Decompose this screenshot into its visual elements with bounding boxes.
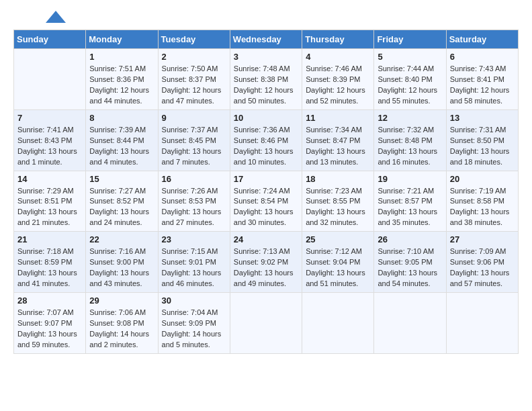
calendar-cell: 13Sunrise: 7:31 AM Sunset: 8:50 PM Dayli…	[446, 109, 518, 171]
weekday-header-saturday: Saturday	[446, 30, 518, 49]
day-number: 11	[306, 113, 370, 123]
day-info: Sunrise: 7:48 AM Sunset: 8:38 PM Dayligh…	[234, 64, 298, 107]
calendar-cell	[374, 293, 446, 354]
day-number: 18	[306, 174, 370, 184]
calendar-cell: 5Sunrise: 7:44 AM Sunset: 8:40 PM Daylig…	[374, 49, 446, 110]
day-number: 7	[17, 113, 82, 123]
day-number: 26	[378, 234, 442, 244]
day-info: Sunrise: 7:29 AM Sunset: 8:51 PM Dayligh…	[17, 186, 82, 229]
day-info: Sunrise: 7:50 AM Sunset: 8:37 PM Dayligh…	[162, 64, 226, 107]
weekday-header-thursday: Thursday	[302, 30, 374, 49]
calendar-cell: 7Sunrise: 7:41 AM Sunset: 8:43 PM Daylig…	[14, 109, 86, 171]
calendar-cell: 19Sunrise: 7:21 AM Sunset: 8:57 PM Dayli…	[374, 171, 446, 232]
day-number: 10	[234, 113, 298, 123]
calendar-cell: 11Sunrise: 7:34 AM Sunset: 8:47 PM Dayli…	[302, 109, 374, 171]
day-info: Sunrise: 7:15 AM Sunset: 9:01 PM Dayligh…	[162, 246, 226, 289]
day-info: Sunrise: 7:21 AM Sunset: 8:57 PM Dayligh…	[378, 186, 442, 229]
day-info: Sunrise: 7:51 AM Sunset: 8:36 PM Dayligh…	[89, 64, 154, 107]
weekday-header-friday: Friday	[374, 30, 446, 49]
calendar-week-3: 14Sunrise: 7:29 AM Sunset: 8:51 PM Dayli…	[14, 171, 519, 232]
day-info: Sunrise: 7:36 AM Sunset: 8:46 PM Dayligh…	[234, 125, 298, 168]
day-number: 8	[89, 113, 154, 123]
calendar-cell: 10Sunrise: 7:36 AM Sunset: 8:46 PM Dayli…	[230, 109, 302, 171]
calendar-table: SundayMondayTuesdayWednesdayThursdayFrid…	[13, 30, 519, 354]
day-number: 22	[89, 234, 154, 244]
day-info: Sunrise: 7:44 AM Sunset: 8:40 PM Dayligh…	[378, 64, 442, 107]
calendar-cell: 20Sunrise: 7:19 AM Sunset: 8:58 PM Dayli…	[446, 171, 518, 232]
calendar-cell	[14, 49, 86, 110]
calendar-cell: 27Sunrise: 7:09 AM Sunset: 9:06 PM Dayli…	[446, 232, 518, 293]
day-number: 3	[234, 52, 298, 62]
day-info: Sunrise: 7:10 AM Sunset: 9:05 PM Dayligh…	[378, 246, 442, 289]
day-number: 29	[89, 295, 154, 306]
calendar-cell: 6Sunrise: 7:43 AM Sunset: 8:41 PM Daylig…	[446, 49, 518, 110]
day-number: 28	[17, 295, 82, 306]
day-info: Sunrise: 7:46 AM Sunset: 8:39 PM Dayligh…	[306, 64, 370, 107]
calendar-cell: 26Sunrise: 7:10 AM Sunset: 9:05 PM Dayli…	[374, 232, 446, 293]
day-info: Sunrise: 7:39 AM Sunset: 8:44 PM Dayligh…	[89, 125, 154, 168]
logo	[13, 13, 66, 23]
calendar-cell: 28Sunrise: 7:07 AM Sunset: 9:07 PM Dayli…	[14, 293, 86, 354]
calendar-cell: 21Sunrise: 7:18 AM Sunset: 8:59 PM Dayli…	[14, 232, 86, 293]
day-info: Sunrise: 7:13 AM Sunset: 9:02 PM Dayligh…	[234, 246, 298, 289]
weekday-header-tuesday: Tuesday	[158, 30, 230, 49]
calendar-cell: 15Sunrise: 7:27 AM Sunset: 8:52 PM Dayli…	[86, 171, 158, 232]
page-header	[13, 13, 519, 23]
calendar-cell: 1Sunrise: 7:51 AM Sunset: 8:36 PM Daylig…	[86, 49, 158, 110]
calendar-cell: 4Sunrise: 7:46 AM Sunset: 8:39 PM Daylig…	[302, 49, 374, 110]
day-number: 15	[89, 174, 154, 184]
day-number: 13	[450, 113, 515, 123]
day-number: 12	[378, 113, 442, 123]
day-number: 6	[450, 52, 515, 62]
day-number: 20	[450, 174, 515, 184]
svg-marker-0	[46, 11, 66, 23]
day-number: 19	[378, 174, 442, 184]
day-number: 16	[162, 174, 226, 184]
day-number: 25	[306, 234, 370, 244]
day-info: Sunrise: 7:37 AM Sunset: 8:45 PM Dayligh…	[162, 125, 226, 168]
calendar-cell	[302, 293, 374, 354]
day-info: Sunrise: 7:26 AM Sunset: 8:53 PM Dayligh…	[162, 186, 226, 229]
day-info: Sunrise: 7:27 AM Sunset: 8:52 PM Dayligh…	[89, 186, 154, 229]
calendar-week-4: 21Sunrise: 7:18 AM Sunset: 8:59 PM Dayli…	[14, 232, 519, 293]
calendar-cell	[230, 293, 302, 354]
calendar-cell: 17Sunrise: 7:24 AM Sunset: 8:54 PM Dayli…	[230, 171, 302, 232]
day-info: Sunrise: 7:04 AM Sunset: 9:09 PM Dayligh…	[162, 308, 226, 351]
day-info: Sunrise: 7:43 AM Sunset: 8:41 PM Dayligh…	[450, 64, 515, 107]
day-info: Sunrise: 7:16 AM Sunset: 9:00 PM Dayligh…	[89, 246, 154, 289]
calendar-week-2: 7Sunrise: 7:41 AM Sunset: 8:43 PM Daylig…	[14, 109, 519, 171]
calendar-cell: 23Sunrise: 7:15 AM Sunset: 9:01 PM Dayli…	[158, 232, 230, 293]
calendar-cell: 14Sunrise: 7:29 AM Sunset: 8:51 PM Dayli…	[14, 171, 86, 232]
day-info: Sunrise: 7:41 AM Sunset: 8:43 PM Dayligh…	[17, 125, 82, 168]
day-info: Sunrise: 7:32 AM Sunset: 8:48 PM Dayligh…	[378, 125, 442, 168]
day-number: 23	[162, 234, 226, 244]
day-info: Sunrise: 7:18 AM Sunset: 8:59 PM Dayligh…	[17, 246, 82, 289]
day-info: Sunrise: 7:31 AM Sunset: 8:50 PM Dayligh…	[450, 125, 515, 168]
day-info: Sunrise: 7:06 AM Sunset: 9:08 PM Dayligh…	[89, 308, 154, 351]
day-number: 21	[17, 234, 82, 244]
calendar-cell: 2Sunrise: 7:50 AM Sunset: 8:37 PM Daylig…	[158, 49, 230, 110]
calendar-cell: 8Sunrise: 7:39 AM Sunset: 8:44 PM Daylig…	[86, 109, 158, 171]
day-number: 2	[162, 52, 226, 62]
calendar-week-5: 28Sunrise: 7:07 AM Sunset: 9:07 PM Dayli…	[14, 293, 519, 354]
calendar-cell: 3Sunrise: 7:48 AM Sunset: 8:38 PM Daylig…	[230, 49, 302, 110]
calendar-cell	[446, 293, 518, 354]
weekday-header-wednesday: Wednesday	[230, 30, 302, 49]
weekday-header-sunday: Sunday	[14, 30, 86, 49]
calendar-cell: 9Sunrise: 7:37 AM Sunset: 8:45 PM Daylig…	[158, 109, 230, 171]
day-number: 14	[17, 174, 82, 184]
day-number: 5	[378, 52, 442, 62]
day-info: Sunrise: 7:23 AM Sunset: 8:55 PM Dayligh…	[306, 186, 370, 229]
weekday-header-row: SundayMondayTuesdayWednesdayThursdayFrid…	[14, 30, 519, 49]
day-number: 24	[234, 234, 298, 244]
calendar-cell: 29Sunrise: 7:06 AM Sunset: 9:08 PM Dayli…	[86, 293, 158, 354]
day-number: 9	[162, 113, 226, 123]
day-info: Sunrise: 7:24 AM Sunset: 8:54 PM Dayligh…	[234, 186, 298, 229]
calendar-cell: 18Sunrise: 7:23 AM Sunset: 8:55 PM Dayli…	[302, 171, 374, 232]
calendar-cell: 16Sunrise: 7:26 AM Sunset: 8:53 PM Dayli…	[158, 171, 230, 232]
day-info: Sunrise: 7:07 AM Sunset: 9:07 PM Dayligh…	[17, 308, 82, 351]
calendar-cell: 24Sunrise: 7:13 AM Sunset: 9:02 PM Dayli…	[230, 232, 302, 293]
day-info: Sunrise: 7:12 AM Sunset: 9:04 PM Dayligh…	[306, 246, 370, 289]
day-number: 1	[89, 52, 154, 62]
calendar-week-1: 1Sunrise: 7:51 AM Sunset: 8:36 PM Daylig…	[14, 49, 519, 110]
